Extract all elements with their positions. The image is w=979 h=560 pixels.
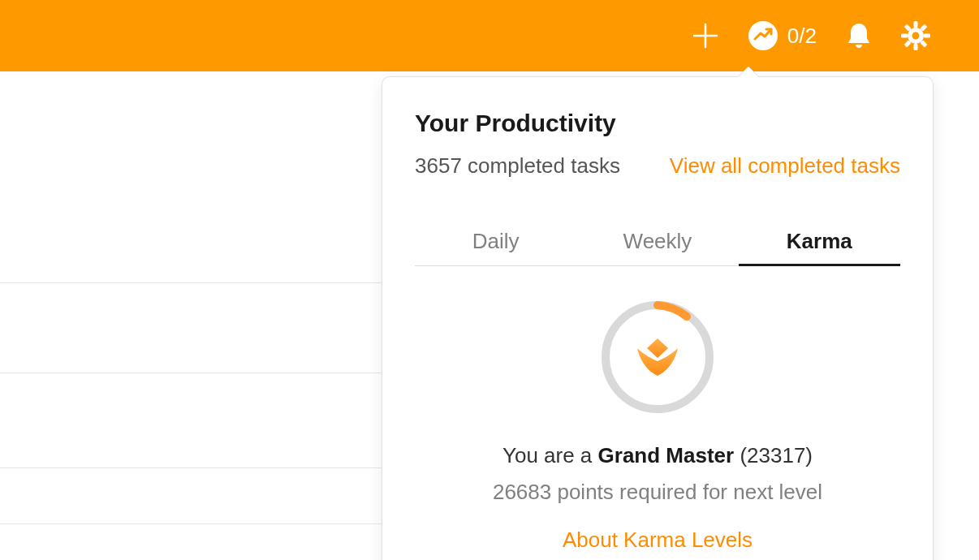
svg-rect-6 <box>924 34 930 38</box>
karma-level: Grand Master <box>598 443 735 467</box>
app-header: 0/2 <box>0 0 979 71</box>
svg-rect-3 <box>914 21 918 28</box>
productivity-tabs: Daily Weekly Karma <box>415 219 900 266</box>
completed-tasks-row: 3657 completed tasks View all completed … <box>415 153 900 179</box>
productivity-trend-icon <box>748 21 778 50</box>
karma-points-required: 26683 points required for next level <box>493 480 822 505</box>
tab-daily[interactable]: Daily <box>415 219 576 265</box>
karma-badge-icon <box>629 329 686 386</box>
tab-karma[interactable]: Karma <box>739 219 900 266</box>
svg-rect-4 <box>914 44 918 50</box>
svg-point-12 <box>912 32 920 40</box>
about-karma-levels-link[interactable]: About Karma Levels <box>563 528 753 553</box>
header-actions: 0/2 <box>692 21 930 50</box>
productivity-popover: Your Productivity 3657 completed tasks V… <box>382 76 934 560</box>
add-task-button[interactable] <box>692 22 719 50</box>
divider <box>0 373 382 373</box>
divider <box>0 467 382 468</box>
tab-weekly[interactable]: Weekly <box>576 219 738 265</box>
view-all-completed-link[interactable]: View all completed tasks <box>670 153 900 179</box>
divider <box>0 523 382 524</box>
completed-tasks-count: 3657 completed tasks <box>415 153 620 179</box>
karma-progress-ring <box>599 299 716 416</box>
productivity-button[interactable]: 0/2 <box>748 21 817 50</box>
popover-title: Your Productivity <box>415 110 900 137</box>
karma-panel: You are a Grand Master (23317) 26683 poi… <box>415 299 900 553</box>
karma-status-line: You are a Grand Master (23317) <box>502 443 813 468</box>
plus-icon <box>692 22 719 50</box>
karma-status-suffix: (23317) <box>734 443 813 467</box>
background-list-lines <box>0 282 382 524</box>
bell-icon <box>846 22 872 50</box>
productivity-count: 0/2 <box>787 24 817 49</box>
settings-button[interactable] <box>901 21 930 50</box>
svg-rect-5 <box>901 34 908 38</box>
notifications-button[interactable] <box>846 22 872 50</box>
karma-status-prefix: You are a <box>502 443 598 467</box>
gear-icon <box>901 21 930 50</box>
divider <box>0 282 382 283</box>
